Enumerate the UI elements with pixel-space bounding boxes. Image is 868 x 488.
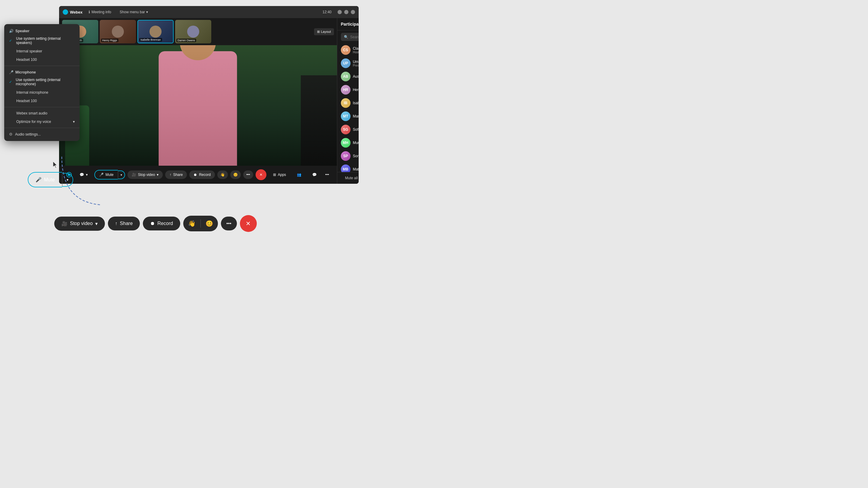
maximize-button[interactable] — [344, 10, 348, 14]
participant-info-austen: Austen Baker — [353, 74, 359, 78]
stop-video-label-small: Stop video — [138, 173, 155, 177]
speaker-option-internal[interactable]: Internal speaker — [4, 47, 80, 56]
thumbnail-darren[interactable]: Darren Owens — [175, 20, 211, 43]
microphone-section-label: 🎤 Microphone — [4, 68, 80, 76]
person-head — [180, 45, 216, 60]
big-mute-button[interactable]: 🎤 Mute — [28, 172, 62, 187]
emoji-icon: 😊 — [233, 173, 238, 177]
participant-info-murad: Murad Higgins — [353, 141, 359, 145]
emoji-button-small[interactable]: 😊 — [230, 170, 241, 179]
participant-item: AB Austen Baker 🔇 📷 🎤 — [340, 70, 359, 83]
participant-info-sonali: Sonali Pitchard — [353, 154, 359, 158]
meeting-info-button[interactable]: ℹ Meeting info — [86, 9, 114, 15]
layout-icon: ⊞ — [317, 30, 320, 34]
mic-option-internal[interactable]: Internal microphone — [4, 88, 80, 97]
thumbnail-label-darren: Darren Owens — [176, 38, 196, 42]
bottom-toolbar-small: 💬 ▾ 🎤 Mute ▾ 🎥 Stop video ▾ — [59, 166, 337, 184]
participant-name-murad: Murad Higgins — [353, 141, 359, 145]
participants-toggle-small[interactable]: 👥 — [293, 170, 306, 179]
big-more-button[interactable]: ••• — [221, 217, 237, 230]
speaker-option-headset[interactable]: Headset 100 — [4, 56, 80, 64]
big-stop-video-button[interactable]: 🎥 Stop video ▾ — [54, 217, 105, 231]
stop-video-button-small[interactable]: 🎥 Stop video ▾ — [127, 170, 163, 179]
big-toolbar: 🎥 Stop video ▾ ↑ Share ⏺ Record 👋 😊 ••• … — [54, 215, 257, 232]
record-icon: ⏺ — [193, 173, 197, 177]
layout-button[interactable]: ⊞ Layout — [314, 28, 334, 35]
big-reactions-button[interactable]: 👋 — [183, 216, 200, 231]
chevron-icon: ▾ — [146, 10, 148, 14]
search-icon: 🔍 — [344, 35, 348, 39]
share-button-small[interactable]: ↑ Share — [165, 170, 187, 179]
speaker-option-system[interactable]: ✓ Use system setting (internal speakers) — [4, 34, 80, 47]
dropdown-divider-1 — [4, 66, 80, 66]
thumbnail-label-isabelle: Isabelle Brennan — [139, 38, 162, 41]
participant-item: IB Isabella Brennan 📷 🎤 — [340, 96, 359, 110]
meeting-info-label: Meeting info — [92, 10, 111, 14]
mute-arrow-small[interactable]: ▾ — [118, 170, 125, 179]
participant-item: MH Murad Higgins 📷 🎤 — [340, 136, 359, 150]
big-stop-video-label: Stop video — [70, 221, 93, 226]
thumbnail-isabelle[interactable]: Isabelle Brennan — [137, 20, 174, 43]
gear-icon: ⚙ — [9, 132, 13, 136]
big-mute-arrow[interactable]: ▾ — [62, 173, 73, 187]
chat-button-small[interactable]: 💬 ▾ — [75, 170, 92, 179]
thumbnail-henry[interactable]: Henry Riggs — [100, 20, 136, 43]
record-button-small[interactable]: ⏺ Record — [189, 170, 215, 179]
big-share-button[interactable]: ↑ Share — [108, 217, 140, 230]
big-video-icon: 🎥 — [61, 221, 67, 227]
toolbar-right: ⊞ Apps 👥 💬 ••• — [269, 170, 331, 179]
participant-item: CS Clarissa Smith Host, me 📷 🎤 — [340, 43, 359, 57]
chat-panel-button-small[interactable]: 💬 — [308, 170, 321, 179]
mute-group-small: 🎤 Mute ▾ — [94, 170, 125, 180]
big-mute-group: 🎤 Mute ▾ — [28, 172, 73, 187]
window-controls — [338, 10, 355, 14]
more-button-small[interactable]: ••• — [243, 170, 253, 179]
mute-button-expanded: 🎤 Mute ▾ — [28, 172, 73, 187]
more-panel-button-small[interactable]: ••• — [323, 170, 331, 179]
audio-settings-item[interactable]: ⚙ Audio settings... — [4, 130, 80, 138]
mic-section-icon: 🎤 — [9, 70, 13, 74]
mute-label-small: Mute — [105, 173, 114, 177]
mute-button-small[interactable]: 🎤 Mute — [94, 170, 118, 180]
check-icon-mic: ✓ — [9, 80, 13, 84]
participant-item: SP Sonali Pitchard 📷 🎤 — [340, 150, 359, 163]
minimize-button[interactable] — [338, 10, 342, 14]
panel-footer: Mute all Unmute all ••• — [337, 172, 359, 184]
person-silhouette — [101, 45, 295, 166]
participant-info-umar: Umar Patel Presenter — [353, 60, 359, 67]
big-end-call-button[interactable]: ✕ — [240, 215, 257, 232]
title-bar: Webex ℹ Meeting info Show menu bar ▾ 12:… — [59, 6, 359, 18]
participants-list: CS Clarissa Smith Host, me 📷 🎤 UP Umar P… — [337, 43, 359, 172]
big-emoji-button[interactable]: 😊 — [201, 216, 218, 231]
reactions-button-small[interactable]: 👋 — [217, 170, 228, 179]
mute-all-button[interactable]: Mute all — [341, 175, 359, 181]
participant-item: HR Henry Riggs 🔇 📷 🎤 — [340, 83, 359, 96]
big-reactions-icon: 👋 — [188, 220, 195, 227]
mic-option-system[interactable]: ✓ Use system setting (internal microphon… — [4, 76, 80, 88]
participant-name-henry: Henry Riggs — [353, 88, 359, 92]
speaker-section-label: 🔊 Speaker — [4, 27, 80, 34]
webex-icon — [63, 9, 68, 15]
big-mic-icon: 🎤 — [36, 177, 41, 183]
participant-info-sofia: Sofia Gomez — [353, 127, 359, 132]
participant-info-clarissa: Clarissa Smith Host, me — [353, 46, 359, 54]
main-video-area: Clarissa Smith Henry Riggs Isabelle Bren… — [59, 18, 337, 184]
webex-smart-audio-item[interactable]: Webex smart audio — [4, 109, 80, 118]
search-input-wrapper: 🔍 ⇅ — [341, 33, 359, 41]
participant-avatar-murad: MH — [341, 138, 350, 148]
more-panel-icon: ••• — [325, 173, 329, 177]
end-call-button-small[interactable]: ✕ — [255, 169, 267, 180]
show-menu-bar-button[interactable]: Show menu bar ▾ — [117, 9, 150, 15]
big-mute-label: Mute — [44, 177, 55, 183]
big-record-button[interactable]: ⏺ Record — [143, 217, 180, 230]
optimize-voice-item[interactable]: Optimize for my voice ▾ — [4, 118, 80, 126]
close-button[interactable] — [351, 10, 355, 14]
big-end-call-icon: ✕ — [246, 220, 251, 227]
apps-button-small[interactable]: ⊞ Apps — [269, 170, 290, 179]
big-more-icon: ••• — [226, 221, 231, 226]
person-body — [159, 51, 237, 166]
participant-avatar-austen: AB — [341, 72, 350, 82]
mic-option-headset[interactable]: Headset 100 — [4, 97, 80, 105]
search-input[interactable] — [350, 35, 359, 39]
info-icon: ℹ — [89, 10, 90, 14]
